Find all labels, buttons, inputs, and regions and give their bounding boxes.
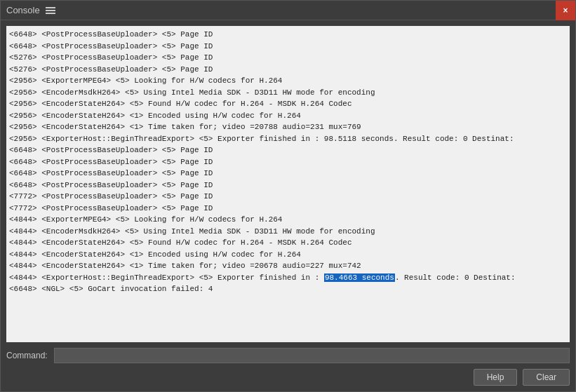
bottom-area: Command: Help Clear — [1, 342, 575, 391]
log-line: <4844> <EncoderStateH264> <5> Found H/W … — [9, 237, 567, 249]
log-line: <5276> <PostProcessBaseUploader> <5> Pag… — [9, 64, 567, 76]
log-line: <6648> <PostProcessBaseUploader> <5> Pag… — [9, 144, 567, 156]
log-line: <6648> <PostProcessBaseUploader> <5> Pag… — [9, 29, 567, 41]
log-line: <4844> <ExporterHost::BeginThreadExport>… — [9, 272, 567, 284]
log-line: <4844> <EncoderStateH264> <1> Time taken… — [9, 260, 567, 272]
log-line: <6648> <PostProcessBaseUploader> <5> Pag… — [9, 180, 567, 191]
command-label: Command: — [6, 351, 48, 360]
help-button[interactable]: Help — [474, 369, 518, 386]
highlighted-text: 98.4663 seconds — [324, 273, 395, 282]
log-line: <5276> <PostProcessBaseUploader> <5> Pag… — [9, 52, 567, 64]
console-title-label: Console — [6, 5, 40, 15]
log-line: <7772> <PostProcessBaseUploader> <5> Pag… — [9, 203, 567, 215]
clear-button[interactable]: Clear — [523, 369, 570, 386]
log-line: <2956> <EncoderStateH264> <1> Encoded us… — [9, 110, 567, 122]
log-line: <6648> <PostProcessBaseUploader> <5> Pag… — [9, 168, 567, 180]
log-line: <2956> <EncoderMsdkH264> <5> Using Intel… — [9, 87, 567, 99]
console-output[interactable]: <6648> <PostProcessBaseUploader> <5> Pag… — [6, 26, 570, 342]
button-row: Help Clear — [6, 369, 570, 386]
command-input[interactable] — [54, 348, 570, 363]
hamburger-menu-icon[interactable] — [46, 7, 55, 14]
log-line: <2956> <ExporterMPEG4> <5> Looking for H… — [9, 75, 567, 87]
command-row: Command: — [6, 348, 570, 363]
title-bar-title: Console — [6, 5, 55, 15]
log-line: <2956> <ExporterHost::BeginThreadExport>… — [9, 133, 567, 145]
log-line: <2956> <EncoderStateH264> <1> Time taken… — [9, 121, 567, 133]
title-bar: Console × — [1, 1, 575, 20]
close-button[interactable]: × — [556, 1, 575, 20]
log-line: <2956> <EncoderStateH264> <5> Found H/W … — [9, 98, 567, 110]
log-line: <7772> <PostProcessBaseUploader> <5> Pag… — [9, 191, 567, 203]
log-line: <4844> <EncoderMsdkH264> <5> Using Intel… — [9, 226, 567, 238]
log-line: <4844> <EncoderStateH264> <1> Encoded us… — [9, 249, 567, 261]
main-window: Console × <6648> <PostProcessBaseUploade… — [0, 0, 576, 392]
log-line: <6648> <NGL> <5> GoCart invocation faile… — [9, 283, 567, 295]
log-line: <4844> <ExporterMPEG4> <5> Looking for H… — [9, 214, 567, 226]
log-line: <6648> <PostProcessBaseUploader> <5> Pag… — [9, 156, 567, 168]
log-line: <6648> <PostProcessBaseUploader> <5> Pag… — [9, 41, 567, 53]
